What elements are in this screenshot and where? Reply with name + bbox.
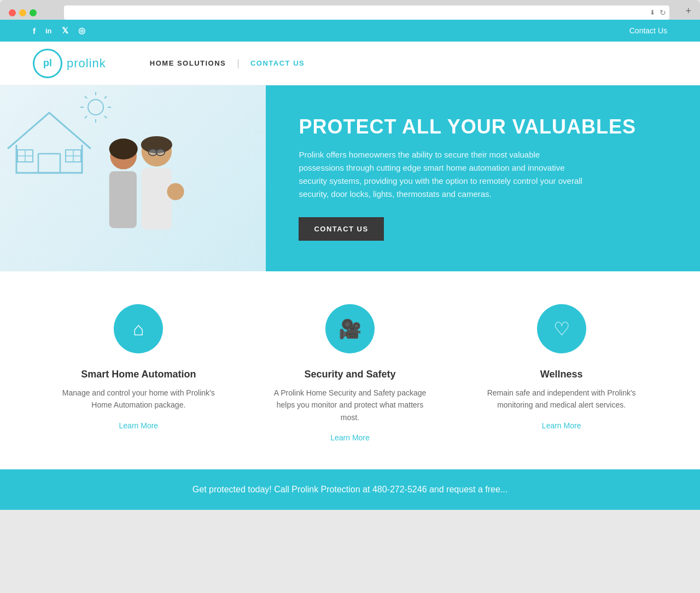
automation-icon-circle: ⌂ [114, 304, 163, 353]
logo[interactable]: pl prolink [33, 49, 106, 78]
svg-rect-17 [142, 168, 172, 230]
website: f in 𝕏 ◎ Contact Us pl prolink HOME SOLU… [0, 20, 700, 510]
linkedin-icon[interactable]: in [45, 27, 52, 35]
hero-section: PROTECT ALL YOUR VALUABLES Prolink offer… [0, 85, 700, 271]
nav-home-solutions[interactable]: HOME SOLUTIONS [139, 59, 237, 67]
top-bar-contact-link[interactable]: Contact Us [629, 26, 667, 35]
hero-title: PROTECT ALL YOUR VALUABLES [299, 116, 667, 138]
wellness-description: Remain safe and independent with Prolink… [485, 387, 638, 411]
service-card-security: 🎥 Security and Safety A Prolink Home Sec… [273, 304, 427, 442]
camera-icon: 🎥 [339, 318, 361, 340]
svg-line-14 [104, 96, 107, 98]
hero-content: PROTECT ALL YOUR VALUABLES Prolink offer… [266, 85, 700, 271]
maximize-button[interactable] [30, 9, 37, 16]
svg-rect-19 [109, 171, 137, 228]
instagram-icon[interactable]: ◎ [78, 26, 85, 36]
security-icon-circle: 🎥 [325, 304, 375, 353]
svg-point-20 [109, 138, 138, 159]
service-card-automation: ⌂ Smart Home Automation Manage and contr… [62, 304, 215, 442]
logo-letters: pl [43, 57, 52, 69]
close-button[interactable] [9, 9, 16, 16]
svg-point-22 [167, 183, 184, 200]
header: pl prolink HOME SOLUTIONS | CONTACT US [0, 42, 700, 85]
hero-image-panel [0, 85, 266, 271]
service-card-wellness: ♡ Wellness Remain safe and independent w… [485, 304, 638, 442]
family-svg [62, 107, 204, 271]
heart-icon: ♡ [553, 318, 570, 340]
cta-bar-text: Get protected today! Call Prolink Protec… [33, 485, 667, 495]
wellness-icon-circle: ♡ [537, 304, 586, 353]
automation-title: Smart Home Automation [81, 369, 196, 380]
hero-description: Prolink offers homeowners the ability to… [299, 148, 583, 201]
new-tab-button[interactable]: + [685, 5, 691, 17]
wellness-learn-more[interactable]: Learn More [542, 421, 581, 430]
facebook-icon[interactable]: f [33, 26, 36, 36]
social-icons: f in 𝕏 ◎ [33, 26, 85, 36]
home-icon: ⌂ [133, 318, 144, 340]
logo-circle: pl [33, 49, 62, 78]
svg-line-12 [85, 96, 87, 98]
svg-point-24 [156, 149, 165, 155]
hero-contact-button[interactable]: CONTACT US [299, 217, 383, 241]
logo-name: prolink [67, 56, 106, 71]
refresh-icon[interactable]: ↻ [660, 8, 666, 17]
minimize-button[interactable] [19, 9, 26, 16]
address-bar[interactable]: ⬇ ↻ [64, 5, 669, 20]
download-icon: ⬇ [650, 9, 655, 16]
traffic-lights [9, 9, 37, 16]
security-description: A Prolink Home Security and Safety packa… [273, 387, 427, 423]
nav-contact-us[interactable]: CONTACT US [240, 59, 316, 67]
twitter-icon[interactable]: 𝕏 [62, 26, 68, 36]
services-section: ⌂ Smart Home Automation Manage and contr… [0, 271, 700, 469]
automation-description: Manage and control your home with Prolin… [62, 387, 215, 411]
cta-bar: Get protected today! Call Prolink Protec… [0, 469, 700, 510]
svg-rect-0 [38, 154, 60, 173]
browser-chrome: ⬇ ↻ + [0, 0, 700, 20]
security-learn-more[interactable]: Learn More [330, 433, 370, 442]
security-title: Security and Safety [304, 369, 395, 380]
wellness-title: Wellness [540, 369, 583, 380]
main-nav: HOME SOLUTIONS | CONTACT US [139, 57, 316, 69]
top-bar: f in 𝕏 ◎ Contact Us [0, 20, 700, 42]
automation-learn-more[interactable]: Learn More [119, 421, 159, 430]
